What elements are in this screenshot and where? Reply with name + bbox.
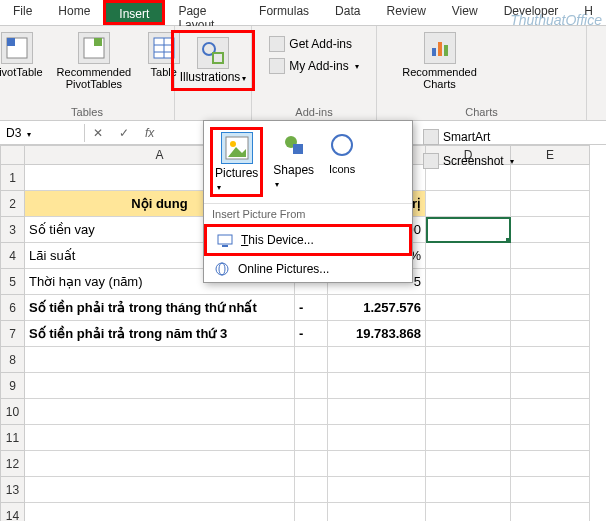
cell[interactable] xyxy=(426,451,511,477)
cell[interactable] xyxy=(426,269,511,295)
cell[interactable] xyxy=(511,425,590,451)
row-header[interactable]: 10 xyxy=(0,399,25,425)
cell[interactable] xyxy=(25,347,295,373)
cell[interactable] xyxy=(426,217,511,243)
cell[interactable] xyxy=(511,191,590,217)
cell[interactable] xyxy=(511,295,590,321)
cell[interactable] xyxy=(25,373,295,399)
cell[interactable] xyxy=(511,503,590,521)
cell[interactable] xyxy=(511,217,590,243)
cell[interactable] xyxy=(511,347,590,373)
row-header[interactable]: 9 xyxy=(0,373,25,399)
smartart-button[interactable]: SmartArt xyxy=(419,127,518,147)
tab-view[interactable]: View xyxy=(439,0,491,25)
cell[interactable] xyxy=(426,477,511,503)
cell[interactable] xyxy=(511,399,590,425)
cell[interactable]: Số tiền phải trả trong năm thứ 3 xyxy=(25,321,295,347)
cell[interactable] xyxy=(511,243,590,269)
cell[interactable] xyxy=(295,399,328,425)
cell[interactable] xyxy=(328,425,426,451)
my-addins-button[interactable]: My Add-ins▾ xyxy=(265,56,362,76)
row-header[interactable]: 6 xyxy=(0,295,25,321)
online-pictures-menu-item[interactable]: Online Pictures... xyxy=(204,256,412,282)
row-header[interactable]: 5 xyxy=(0,269,25,295)
cell[interactable] xyxy=(511,269,590,295)
tab-data[interactable]: Data xyxy=(322,0,373,25)
tab-file[interactable]: File xyxy=(0,0,45,25)
cell[interactable] xyxy=(426,321,511,347)
cell[interactable] xyxy=(511,477,590,503)
cell[interactable]: Số tiền phải trả trong tháng thứ nhất xyxy=(25,295,295,321)
cell[interactable] xyxy=(25,503,295,521)
cell[interactable] xyxy=(328,503,426,521)
pivottable-button[interactable]: PivotTable xyxy=(0,30,47,80)
row-header[interactable]: 11 xyxy=(0,425,25,451)
cell[interactable] xyxy=(426,425,511,451)
row-header[interactable]: 1 xyxy=(0,165,25,191)
select-all-corner[interactable] xyxy=(0,145,25,165)
tab-home[interactable]: Home xyxy=(45,0,103,25)
row-header[interactable]: 8 xyxy=(0,347,25,373)
icons-button[interactable]: Icons xyxy=(324,127,360,197)
cell[interactable] xyxy=(511,321,590,347)
cell[interactable] xyxy=(426,399,511,425)
enter-icon[interactable]: ✓ xyxy=(111,126,137,140)
row-header[interactable]: 13 xyxy=(0,477,25,503)
tab-formulas[interactable]: Formulas xyxy=(246,0,322,25)
cell[interactable] xyxy=(25,451,295,477)
cell[interactable] xyxy=(295,347,328,373)
cell[interactable] xyxy=(295,451,328,477)
cell[interactable] xyxy=(426,347,511,373)
this-device-menu-item[interactable]: This This Device...Device... xyxy=(204,224,412,256)
tab-review[interactable]: Review xyxy=(373,0,438,25)
cell[interactable] xyxy=(426,295,511,321)
tab-page-layout[interactable]: Page Layout xyxy=(165,0,246,25)
pictures-button[interactable]: Pictures▾ xyxy=(210,127,263,197)
shapes-button[interactable]: Shapes▾ xyxy=(271,127,316,197)
cell[interactable] xyxy=(25,399,295,425)
row-header[interactable]: 2 xyxy=(0,191,25,217)
cell[interactable] xyxy=(25,425,295,451)
store-icon xyxy=(269,36,285,52)
screenshot-icon xyxy=(423,153,439,169)
tab-h[interactable]: H xyxy=(571,0,606,25)
row-header[interactable]: 3 xyxy=(0,217,25,243)
col-header-E[interactable]: E xyxy=(511,145,590,165)
cell[interactable] xyxy=(295,477,328,503)
recommended-pivot-button[interactable]: Recommended PivotTables xyxy=(53,30,136,92)
tab-insert[interactable]: Insert xyxy=(103,0,165,25)
cell[interactable] xyxy=(511,373,590,399)
row-header[interactable]: 4 xyxy=(0,243,25,269)
cell[interactable] xyxy=(328,373,426,399)
fx-icon[interactable]: fx xyxy=(137,126,162,140)
cell[interactable] xyxy=(295,373,328,399)
cell[interactable] xyxy=(328,399,426,425)
cell[interactable] xyxy=(426,503,511,521)
illustrations-button[interactable]: Illustrations▾ xyxy=(171,30,256,91)
row-header[interactable]: 12 xyxy=(0,451,25,477)
screenshot-button[interactable]: Screenshot▾ xyxy=(419,151,518,171)
cell[interactable] xyxy=(295,425,328,451)
cell[interactable] xyxy=(511,451,590,477)
cell[interactable]: 1.257.576 xyxy=(328,295,426,321)
cell[interactable] xyxy=(25,477,295,503)
row-header[interactable]: 14 xyxy=(0,503,25,521)
cell[interactable] xyxy=(328,347,426,373)
cell[interactable] xyxy=(328,477,426,503)
recommended-charts-button[interactable]: Recommended Charts xyxy=(398,30,481,92)
group-label-tables: Tables xyxy=(0,106,174,118)
cell[interactable]: 19.783.868 xyxy=(328,321,426,347)
cell[interactable] xyxy=(426,191,511,217)
cancel-icon[interactable]: ✕ xyxy=(85,126,111,140)
cell[interactable]: - xyxy=(295,321,328,347)
row-header[interactable]: 7 xyxy=(0,321,25,347)
cell[interactable]: - xyxy=(295,295,328,321)
cell[interactable] xyxy=(426,243,511,269)
cell[interactable] xyxy=(295,503,328,521)
get-addins-button[interactable]: Get Add-ins xyxy=(265,34,356,54)
cell[interactable] xyxy=(426,373,511,399)
name-box[interactable]: D3 ▾ xyxy=(0,124,85,142)
tab-developer[interactable]: Developer xyxy=(491,0,572,25)
cell[interactable] xyxy=(328,451,426,477)
cell[interactable] xyxy=(511,165,590,191)
